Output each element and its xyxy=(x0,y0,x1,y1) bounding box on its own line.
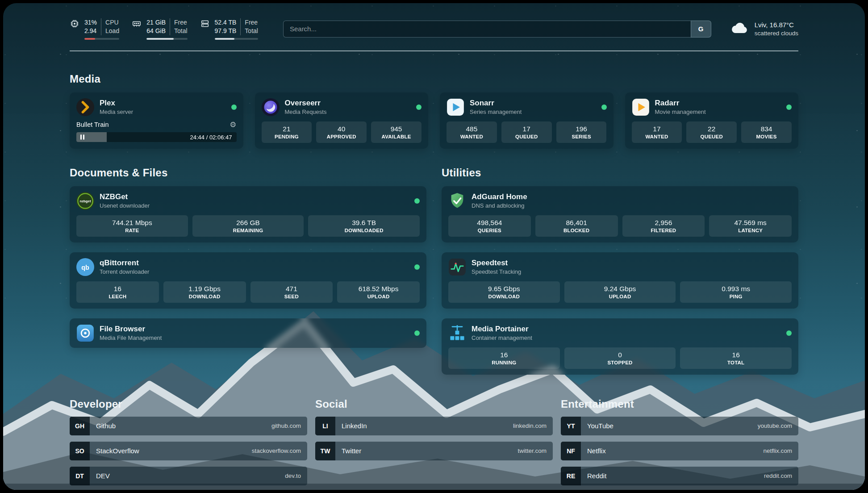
card-radarr[interactable]: Radarr Movie management 17 WANTED 22 QUE… xyxy=(625,92,799,149)
app-desc: Media server xyxy=(100,109,133,115)
card-portainer[interactable]: Media Portainer Container management 16 … xyxy=(442,318,798,375)
cpu-label: CPU xyxy=(105,18,119,27)
bookmark-list-social: LI LinkedIn linkedin.com TW Twitter twit… xyxy=(315,417,553,460)
bookmark-name: LinkedIn xyxy=(342,422,367,430)
section-developer: Developer GH Github github.com SO StackO… xyxy=(70,398,307,485)
bookmark-abbr-icon: YT xyxy=(561,417,581,435)
cpu-load-label: Load xyxy=(105,27,119,35)
gear-icon[interactable]: ⚙ xyxy=(230,121,236,129)
bookmark-name: Reddit xyxy=(587,472,606,480)
bookmark-row[interactable]: YT YouTube youtube.com xyxy=(561,417,798,435)
speedtest-icon xyxy=(448,258,466,276)
stat-label: WANTED xyxy=(634,134,680,139)
bookmark-url: youtube.com xyxy=(758,422,792,429)
stats-row: 16 LEECH 1.19 Gbps DOWNLOAD 471 SEED 618… xyxy=(76,281,420,303)
stat-value: 2,956 xyxy=(625,219,702,227)
card-speedtest[interactable]: Speedtest Speedtest Tracking 9.65 Gbps D… xyxy=(442,252,798,309)
stat-value: 1.19 Gbps xyxy=(166,285,243,293)
stat-value: 40 xyxy=(319,125,364,133)
bookmark-row[interactable]: NF Netflix netflix.com xyxy=(561,442,798,460)
stat-value: 945 xyxy=(374,125,419,133)
cpu-icon xyxy=(70,19,79,40)
bookmark-abbr-icon: LI xyxy=(315,417,335,435)
card-overseerr[interactable]: Overseerr Media Requests 21 PENDING 40 A… xyxy=(255,92,429,149)
stat-tile: 196 SERIES xyxy=(556,121,607,143)
stat-label: SEED xyxy=(253,294,330,299)
card-adguard[interactable]: AdGuard Home DNS and adblocking 498,564 … xyxy=(442,186,798,242)
status-dot xyxy=(414,330,420,336)
stat-label: PENDING xyxy=(264,134,309,139)
cpu-usage-value: 31% xyxy=(84,18,97,27)
stat-label: RUNNING xyxy=(451,360,557,365)
status-dot xyxy=(231,104,237,110)
stat-label: APPROVED xyxy=(319,134,364,139)
pause-icon[interactable] xyxy=(80,134,84,139)
app-name: Plex xyxy=(100,99,133,108)
disk-free-label: Free xyxy=(245,18,258,27)
stat-label: STOPPED xyxy=(567,360,673,365)
stats-row: 16 RUNNING 0 STOPPED 16 TOTAL xyxy=(448,347,792,369)
card-qbittorrent[interactable]: qb qBittorrent Torrent downloader 16 LEE… xyxy=(70,252,426,309)
stat-value: 196 xyxy=(559,125,604,133)
ram-total-label: Total xyxy=(174,27,188,35)
bookmark-name: DEV xyxy=(96,472,110,480)
section-entertainment: Entertainment YT YouTube youtube.com NF … xyxy=(561,398,798,485)
bookmark-abbr-icon: NF xyxy=(561,442,581,460)
stats-row: 17 WANTED 22 QUEUED 834 MOVIES xyxy=(632,121,792,143)
app-name: Overseerr xyxy=(285,99,327,108)
header-bar: 31% 2.94 CPU Load xyxy=(70,18,798,40)
card-plex[interactable]: Plex Media server Bullet Train ⚙ 24:44 /… xyxy=(70,92,243,149)
app-desc: Speedtest Tracking xyxy=(472,268,521,275)
app-name: Speedtest xyxy=(472,259,521,267)
stat-tile: 744.21 Mbps RATE xyxy=(76,215,188,237)
bookmark-row[interactable]: RE Reddit reddit.com xyxy=(561,467,798,485)
app-name: AdGuard Home xyxy=(472,192,527,201)
bookmark-abbr-icon: SO xyxy=(70,442,90,460)
bookmark-row[interactable]: LI LinkedIn linkedin.com xyxy=(315,417,553,435)
stat-label: DOWNLOAD xyxy=(451,294,557,299)
card-filebrowser[interactable]: File Browser Media File Management xyxy=(70,318,426,348)
stat-value: 16 xyxy=(683,351,789,359)
status-dot xyxy=(416,104,421,110)
card-nzbget[interactable]: nzbget NZBGet Usenet downloader 744.21 M… xyxy=(70,186,426,242)
search-engine-button[interactable]: G xyxy=(691,21,711,38)
disk-total-label: Total xyxy=(245,27,258,35)
header-divider xyxy=(70,50,798,51)
bookmark-url: netflix.com xyxy=(763,447,792,454)
app-name: Radarr xyxy=(655,99,706,108)
stat-label: AVAILABLE xyxy=(374,134,419,139)
app-name: qBittorrent xyxy=(100,259,149,267)
status-dot xyxy=(786,330,792,336)
stat-tile: 16 TOTAL xyxy=(680,347,792,369)
bookmark-name: StackOverflow xyxy=(96,447,139,455)
disk-free-value: 52.4 TB xyxy=(215,18,237,27)
weather-location: Lviv, 16.87°C xyxy=(755,21,798,29)
stat-tile: 2,956 FILTERED xyxy=(622,215,705,237)
bookmark-name: YouTube xyxy=(587,422,613,430)
search-input[interactable] xyxy=(283,21,691,38)
stat-value: 9.24 Gbps xyxy=(567,285,673,293)
stat-value: 471 xyxy=(253,285,330,293)
bookmark-url: linkedin.com xyxy=(513,422,547,429)
status-dot xyxy=(786,104,792,110)
stat-tile: 47.569 ms LATENCY xyxy=(709,215,792,237)
stat-value: 22 xyxy=(689,125,734,133)
sonarr-icon xyxy=(447,98,464,116)
bookmark-row[interactable]: TW Twitter twitter.com xyxy=(315,442,553,460)
bookmark-row[interactable]: DT DEV dev.to xyxy=(70,467,307,485)
card-sonarr[interactable]: Sonarr Series management 485 WANTED 17 Q… xyxy=(440,92,613,149)
section-media: Media Plex Media server xyxy=(70,73,798,149)
stat-tile: 40 APPROVED xyxy=(316,121,367,143)
plex-progress-bar[interactable]: 24:44 / 02:06:47 xyxy=(76,132,237,142)
stat-tile: 16 LEECH xyxy=(76,281,159,303)
bookmark-row[interactable]: SO StackOverflow stackoverflow.com xyxy=(70,442,307,460)
ram-progress-fill xyxy=(146,38,174,40)
bookmark-list-entertainment: YT YouTube youtube.com NF Netflix netfli… xyxy=(561,417,798,485)
stat-tile: 22 QUEUED xyxy=(686,121,737,143)
stat-label: SERIES xyxy=(559,134,604,139)
section-title-documents: Documents & Files xyxy=(70,167,426,179)
svg-text:qb: qb xyxy=(81,263,89,271)
stat-tile: 9.24 Gbps UPLOAD xyxy=(564,281,676,303)
bookmark-row[interactable]: GH Github github.com xyxy=(70,417,307,435)
stats-row: 744.21 Mbps RATE 266 GB REMAINING 39.6 T… xyxy=(76,215,420,237)
